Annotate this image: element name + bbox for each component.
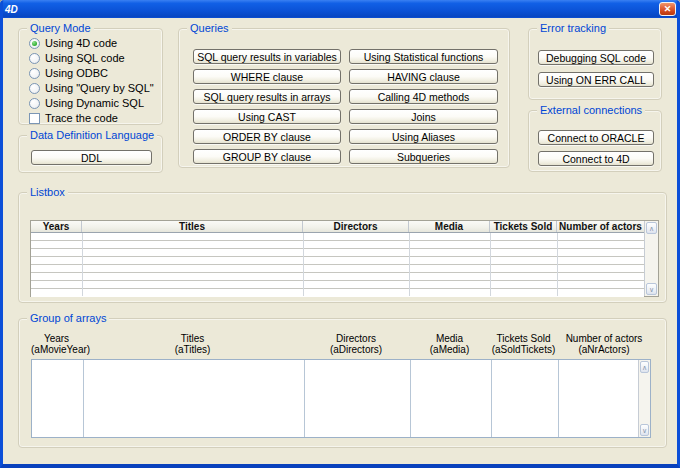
ddl-group-title: Data Definition Language bbox=[27, 129, 157, 142]
array-variable-name: (aMedia) bbox=[409, 344, 490, 355]
radio-label: Using "Query by SQL" bbox=[45, 83, 154, 94]
title-bar[interactable]: 4D ✕ bbox=[0, 0, 680, 18]
using-on-err-call-button[interactable]: Using ON ERR CALL bbox=[538, 72, 654, 87]
listbox-scrollbar[interactable]: ∧ ∨ bbox=[644, 221, 658, 296]
listbox-row[interactable] bbox=[31, 241, 644, 249]
radio-using-4d-code[interactable]: Using 4D code bbox=[29, 38, 162, 50]
array-column-label: Titles bbox=[82, 333, 303, 344]
radio-label: Using SQL code bbox=[45, 53, 125, 64]
array-column-label: Directors bbox=[303, 333, 409, 344]
order-by-clause-button[interactable]: ORDER BY clause bbox=[193, 129, 341, 144]
array-header-media: Media (aMedia) bbox=[409, 333, 490, 355]
checkbox-icon bbox=[29, 113, 40, 124]
column-header-tickets-sold[interactable]: Tickets Sold bbox=[490, 221, 557, 232]
scroll-down-button[interactable]: ∨ bbox=[646, 283, 657, 295]
using-statistical-functions-button[interactable]: Using Statistical functions bbox=[349, 49, 498, 64]
listbox-group-title: Listbox bbox=[27, 186, 68, 199]
checkbox-trace-the-code[interactable]: Trace the code bbox=[29, 112, 162, 124]
array-header-tickets-sold: Tickets Sold (aSoldTickets) bbox=[490, 333, 557, 355]
array-variable-name: (aTitles) bbox=[82, 344, 303, 355]
listbox-header-row: Years Titles Directors Media Tickets Sol… bbox=[31, 221, 644, 233]
app-window: 4D ✕ Query Mode Using 4D code Using SQL … bbox=[0, 0, 680, 468]
error-tracking-group: Error tracking Debugging SQL code Using … bbox=[528, 28, 662, 100]
array-column-separator bbox=[410, 360, 411, 437]
query-mode-options: Using 4D code Using SQL code Using ODBC … bbox=[19, 29, 162, 124]
array-header-titles: Titles (aTitles) bbox=[82, 333, 303, 355]
listbox-row[interactable] bbox=[31, 257, 644, 265]
app-logo-icon: 4D bbox=[5, 4, 18, 15]
queries-group-title: Queries bbox=[187, 22, 232, 35]
group-of-arrays-title: Group of arrays bbox=[27, 312, 109, 325]
query-mode-group: Query Mode Using 4D code Using SQL code … bbox=[18, 28, 163, 125]
array-column-label: Years bbox=[31, 333, 82, 344]
array-column-label: Number of actors bbox=[557, 333, 651, 344]
column-header-number-of-actors[interactable]: Number of actors bbox=[557, 221, 644, 232]
queries-right-column: Using Statistical functions HAVING claus… bbox=[349, 49, 498, 164]
listbox-table[interactable]: Years Titles Directors Media Tickets Sol… bbox=[30, 220, 659, 297]
listbox-row[interactable] bbox=[31, 233, 644, 241]
listbox-row[interactable] bbox=[31, 281, 644, 289]
listbox-group: Listbox Years Titles Directors Media Tic… bbox=[18, 192, 667, 303]
listbox-body[interactable] bbox=[31, 233, 644, 296]
group-by-clause-button[interactable]: GROUP BY clause bbox=[193, 149, 341, 164]
listbox-row[interactable] bbox=[31, 249, 644, 257]
queries-group: Queries SQL query results in variables W… bbox=[178, 28, 510, 168]
scroll-up-button[interactable]: ∧ bbox=[646, 222, 657, 234]
connect-to-oracle-button[interactable]: Connect to ORACLE bbox=[538, 130, 654, 145]
having-clause-button[interactable]: HAVING clause bbox=[349, 69, 498, 84]
radio-button-icon bbox=[29, 83, 40, 94]
external-connections-group-title: External connections bbox=[537, 104, 645, 117]
sql-query-results-in-variables-button[interactable]: SQL query results in variables bbox=[193, 49, 341, 64]
column-header-media[interactable]: Media bbox=[409, 221, 490, 232]
column-header-years[interactable]: Years bbox=[31, 221, 82, 232]
chevron-up-icon: ∧ bbox=[642, 364, 647, 371]
radio-using-query-by-sql[interactable]: Using "Query by SQL" bbox=[29, 82, 162, 94]
close-icon: ✕ bbox=[664, 5, 672, 14]
radio-using-dynamic-sql[interactable]: Using Dynamic SQL bbox=[29, 97, 162, 109]
array-column-label: Media bbox=[409, 333, 490, 344]
listbox-row[interactable] bbox=[31, 265, 644, 273]
sql-query-results-in-arrays-button[interactable]: SQL query results in arrays bbox=[193, 89, 341, 104]
listbox-row[interactable] bbox=[31, 273, 644, 281]
where-clause-button[interactable]: WHERE clause bbox=[193, 69, 341, 84]
calling-4d-methods-button[interactable]: Calling 4D methods bbox=[349, 89, 498, 104]
radio-label: Using Dynamic SQL bbox=[45, 98, 144, 109]
array-lists-area[interactable]: ∧ ∨ bbox=[31, 359, 651, 438]
array-variable-name: (aNrActors) bbox=[557, 344, 651, 355]
array-column-separator bbox=[83, 360, 84, 437]
external-connections-group: External connections Connect to ORACLE C… bbox=[528, 110, 662, 172]
chevron-down-icon: ∨ bbox=[649, 286, 654, 293]
subqueries-button[interactable]: Subqueries bbox=[349, 149, 498, 164]
ddl-group: Data Definition Language DDL bbox=[18, 135, 163, 173]
joins-button[interactable]: Joins bbox=[349, 109, 498, 124]
chevron-down-icon: ∨ bbox=[642, 427, 647, 434]
column-header-titles[interactable]: Titles bbox=[82, 221, 303, 232]
using-aliases-button[interactable]: Using Aliases bbox=[349, 129, 498, 144]
array-variable-name: (aSoldTickets) bbox=[490, 344, 557, 355]
group-of-arrays-group: Group of arrays Years (aMovieYear) Title… bbox=[18, 318, 667, 448]
array-variable-name: (aMovieYear) bbox=[31, 344, 82, 355]
checkbox-label: Trace the code bbox=[45, 113, 118, 124]
chevron-up-button[interactable]: ∧ bbox=[640, 361, 649, 373]
column-header-directors[interactable]: Directors bbox=[303, 221, 409, 232]
queries-left-column: SQL query results in variables WHERE cla… bbox=[193, 49, 341, 164]
error-tracking-group-title: Error tracking bbox=[537, 22, 609, 35]
array-column-separator bbox=[491, 360, 492, 437]
array-variable-name: (aDirectors) bbox=[303, 344, 409, 355]
chevron-up-icon: ∧ bbox=[649, 225, 654, 232]
radio-button-icon bbox=[29, 38, 40, 49]
close-button[interactable]: ✕ bbox=[659, 2, 676, 16]
using-cast-button[interactable]: Using CAST bbox=[193, 109, 341, 124]
debugging-sql-code-button[interactable]: Debugging SQL code bbox=[538, 50, 654, 65]
array-column-separator bbox=[304, 360, 305, 437]
connect-to-4d-button[interactable]: Connect to 4D bbox=[538, 151, 654, 166]
array-header-directors: Directors (aDirectors) bbox=[303, 333, 409, 355]
listbox-row[interactable] bbox=[31, 289, 644, 297]
radio-using-sql-code[interactable]: Using SQL code bbox=[29, 53, 162, 65]
chevron-down-button[interactable]: ∨ bbox=[640, 424, 649, 436]
array-header-years: Years (aMovieYear) bbox=[31, 333, 82, 355]
arrays-scrollbar[interactable]: ∧ ∨ bbox=[638, 360, 650, 437]
ddl-button[interactable]: DDL bbox=[31, 150, 152, 165]
array-header-number-of-actors: Number of actors (aNrActors) bbox=[557, 333, 651, 355]
radio-using-odbc[interactable]: Using ODBC bbox=[29, 68, 162, 80]
